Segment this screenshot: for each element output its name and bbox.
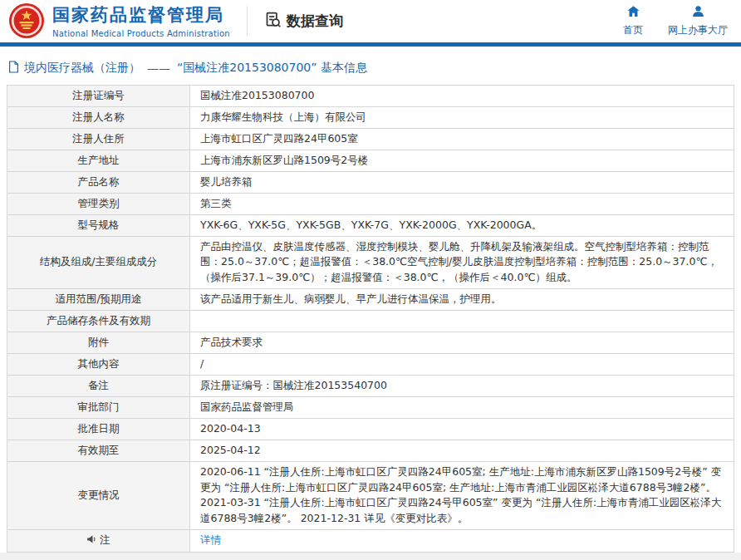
row-label: 审批部门 [7, 396, 190, 418]
table-row: 审批部门国家药品监督管理局 [7, 396, 734, 418]
main-content: 境内医疗器械（注册） —— “国械注准20153080700” 基本信息 注册证… [0, 47, 741, 553]
row-value: 上海市虹口区广灵四路24甲605室 [190, 128, 734, 150]
nav-home[interactable]: 首页 [623, 4, 643, 37]
table-row: 附件产品技术要求 [7, 332, 734, 353]
data-query-title: 数据查询 [264, 11, 343, 32]
row-label: 产品储存条件及有效期 [7, 310, 190, 332]
national-emblem-logo [8, 2, 45, 39]
row-label: 注册证编号 [7, 85, 190, 106]
table-row: 产品名称婴儿培养箱 [7, 171, 734, 193]
row-label: 型号规格 [7, 214, 190, 236]
row-value: 国家药品监督管理局 [190, 396, 734, 418]
table-row: 管理类别第三类 [7, 193, 734, 214]
page-footer [0, 553, 741, 560]
site-header: 国家药品监督管理局 National Medical Products Admi… [0, 0, 741, 42]
document-search-icon [264, 11, 282, 32]
breadcrumb-category: 境内医疗器械（注册） [24, 61, 140, 76]
table-row: 生产地址上海市浦东新区罗山路1509号2号楼 [7, 150, 734, 171]
row-value: 第三类 [190, 193, 734, 214]
person-icon [691, 4, 705, 21]
info-table: 注册证编号国械注准20153080700注册人名称力康华耀生物科技（上海）有限公… [7, 85, 734, 553]
row-value: YXK-6G、YXK-5G、YXK-5GB、YXK-7G、YXK-2000G、Y… [190, 214, 734, 236]
row-value: 力康华耀生物科技（上海）有限公司 [190, 106, 734, 128]
row-label: 适用范围/预期用途 [7, 288, 190, 310]
nav-online-hall[interactable]: 网上办事大厅 [668, 4, 728, 37]
table-row: 注册人住所上海市虹口区广灵四路24甲605室 [7, 128, 734, 150]
row-label: 生产地址 [7, 150, 190, 171]
table-row: 注册证编号国械注准20153080700 [7, 85, 734, 106]
table-row: 型号规格YXK-6G、YXK-5G、YXK-5GB、YXK-7G、YXK-200… [7, 214, 734, 236]
row-value: 2025-04-12 [190, 440, 734, 461]
home-icon [626, 4, 640, 21]
row-value: 2020-06-11 “注册人住所:上海市虹口区广灵四路24甲605室; 生产地… [190, 461, 734, 529]
row-label: 附件 [7, 332, 190, 353]
row-label: 备注 [7, 375, 190, 396]
row-label: 其他内容 [7, 353, 190, 375]
megaphone-icon [86, 533, 96, 549]
org-name-cn: 国家药品监督管理局 [52, 3, 230, 27]
row-value [190, 310, 734, 332]
table-row: 产品储存条件及有效期 [7, 310, 734, 332]
row-value: 婴儿培养箱 [190, 171, 734, 193]
table-row: 批准日期2020-04-13 [7, 418, 734, 440]
table-row: 备注原注册证编号：国械注准20153540700 [7, 375, 734, 396]
row-value: 产品技术要求 [190, 332, 734, 353]
table-row: 结构及组成/主要组成成分产品由控温仪、皮肤温度传感器、湿度控制模块、婴儿舱、升降… [7, 236, 734, 288]
row-label: 结构及组成/主要组成成分 [7, 236, 190, 288]
row-value: 国械注准20153080700 [190, 85, 734, 106]
document-icon [8, 61, 19, 76]
breadcrumb: 境内医疗器械（注册） —— “国械注准20153080700” 基本信息 [7, 47, 734, 85]
row-label: 注册人名称 [7, 106, 190, 128]
table-row: 变更情况2020-06-11 “注册人住所:上海市虹口区广灵四路24甲605室;… [7, 461, 734, 529]
row-label: 产品名称 [7, 171, 190, 193]
nav-home-label: 首页 [623, 23, 643, 37]
page: 国家药品监督管理局 National Medical Products Admi… [0, 0, 741, 560]
row-label: 有效期至 [7, 440, 190, 461]
row-value: 详情 [190, 529, 734, 552]
table-row: 适用范围/预期用途该产品适用于新生儿、病弱婴儿、早产儿进行体温保温，护理用。 [7, 288, 734, 310]
table-row: 注详情 [7, 529, 734, 552]
org-name-en: National Medical Products Administration [52, 29, 230, 38]
row-label: 注 [7, 529, 190, 552]
table-row: 注册人名称力康华耀生物科技（上海）有限公司 [7, 106, 734, 128]
header-nav: 首页 网上办事大厅 [623, 4, 728, 37]
row-value: 该产品适用于新生儿、病弱婴儿、早产儿进行体温保温，护理用。 [190, 288, 734, 310]
data-query-label: 数据查询 [287, 12, 343, 31]
table-row: 其他内容/ [7, 353, 734, 375]
nav-online-hall-label: 网上办事大厅 [668, 23, 728, 37]
detail-link[interactable]: 详情 [200, 533, 221, 546]
info-table-body: 注册证编号国械注准20153080700注册人名称力康华耀生物科技（上海）有限公… [7, 85, 734, 552]
row-label: 变更情况 [7, 461, 190, 529]
row-value: 上海市浦东新区罗山路1509号2号楼 [190, 150, 734, 171]
header-divider [247, 6, 248, 36]
row-label: 注册人住所 [7, 128, 190, 150]
org-name-block: 国家药品监督管理局 National Medical Products Admi… [52, 3, 230, 38]
row-value: 原注册证编号：国械注准20153540700 [190, 375, 734, 396]
row-value: 2020-04-13 [190, 418, 734, 440]
row-value: / [190, 353, 734, 375]
breadcrumb-separator: —— [147, 61, 170, 75]
page-title: “国械注准20153080700” 基本信息 [177, 61, 367, 76]
table-row: 有效期至2025-04-12 [7, 440, 734, 461]
row-label: 批准日期 [7, 418, 190, 440]
row-label: 管理类别 [7, 193, 190, 214]
row-value: 产品由控温仪、皮肤温度传感器、湿度控制模块、婴儿舱、升降机架及输液架组成。空气控… [190, 236, 734, 288]
